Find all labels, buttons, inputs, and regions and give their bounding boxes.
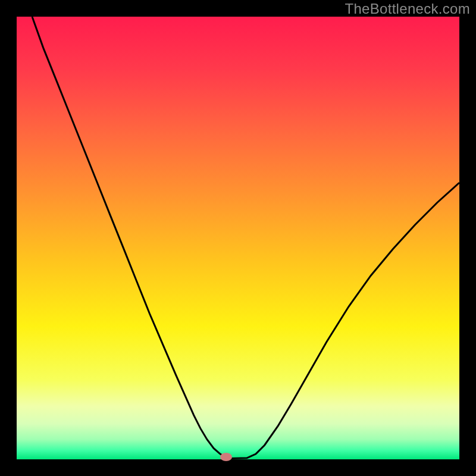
watermark-text: TheBottleneck.com — [345, 1, 470, 17]
bottleneck-marker — [220, 453, 232, 461]
svg-rect-3 — [0, 0, 17, 476]
plot-background — [17, 17, 459, 459]
chart-container: TheBottleneck.com — [0, 0, 476, 476]
svg-rect-4 — [459, 0, 476, 476]
svg-rect-2 — [0, 459, 476, 476]
bottleneck-chart — [0, 0, 476, 476]
